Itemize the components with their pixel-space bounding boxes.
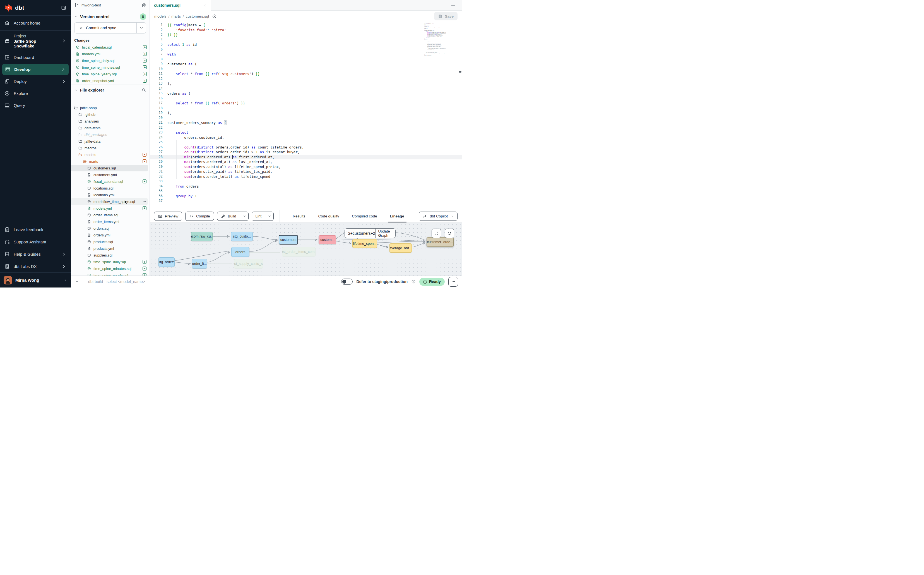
more-options-button[interactable]	[449, 277, 458, 287]
tree-item-time_spine_minutes.sql[interactable]: time_spine_minutes.sql+	[71, 265, 148, 272]
breadcrumb-item[interactable]: marts	[171, 14, 181, 18]
tree-item-orders.yml[interactable]: orders.yml	[71, 232, 148, 238]
lineage-graph[interactable]: count_lifetim... 2+customers+2 Update Gr…	[150, 223, 462, 275]
close-icon[interactable]	[203, 4, 207, 7]
version-control-header[interactable]: Version control 8	[71, 10, 149, 21]
change-item-order_snapshot.yml[interactable]: order_snapshot.yml+	[71, 77, 149, 84]
sidebar-item-help-guides[interactable]: Help & Guides	[0, 248, 71, 260]
tab-lineage[interactable]: Lineage	[390, 210, 404, 222]
tree-item-locations.sql[interactable]: locations.sql	[71, 185, 148, 192]
tree-item-products.sql[interactable]: products.sql	[71, 238, 148, 245]
tree-item-order_items.yml[interactable]: order_items.yml	[71, 218, 148, 225]
editor-minimap[interactable]: {{ config(meta = { 'favorite_food': 'piz…	[424, 23, 445, 56]
sidebar-item-query[interactable]: Query	[0, 99, 71, 111]
command-input[interactable]: dbt build --select <model_name>	[83, 280, 145, 284]
tab-customers-sql[interactable]: customers.sql	[150, 0, 211, 11]
commit-and-sync-button[interactable]: Commit and sync	[74, 22, 146, 33]
lineage-node-stg_custo[interactable]: stg_custo...	[231, 232, 253, 241]
preview-button[interactable]: Preview	[154, 211, 182, 221]
tree-item-.github[interactable]: .github	[71, 111, 148, 118]
tab-compiled-code[interactable]: Compiled code	[352, 210, 377, 222]
change-item-stg_orders.sql[interactable]: stg_orders.sql•	[71, 84, 149, 85]
lineage-selector-input[interactable]: 2+customers+2	[345, 229, 375, 238]
lineage-node-orders[interactable]: orders	[231, 247, 249, 257]
tree-item-data-tests[interactable]: data-tests	[71, 124, 148, 131]
change-item-time_spine_minutes.sql[interactable]: time_spine_minutes.sql+	[71, 64, 149, 71]
compass-icon[interactable]	[212, 14, 217, 19]
code-editor[interactable]: 1{{ config(meta = {2 'favorite_food': 'p…	[150, 22, 462, 210]
tree-item-models.yml[interactable]: models.yml+	[71, 205, 148, 211]
tree-item-time_spine_yearly.sql[interactable]: time_spine_yearly.sql+	[71, 272, 148, 275]
tree-item-metricflow_time_spine.sql[interactable]: metricflow_time_spine.sql	[71, 198, 148, 205]
tree-item-jaffle-data[interactable]: jaffle-data	[71, 138, 148, 145]
ready-status-badge[interactable]: Ready	[419, 278, 445, 286]
tree-item-marts[interactable]: marts•	[71, 158, 148, 165]
dbt-copilot-button[interactable]: dbt Copilot	[419, 211, 458, 221]
sidebar-item-deploy[interactable]: Deploy	[0, 75, 71, 87]
lineage-node-test_order_items_com[interactable]: test_order_items_com...	[282, 247, 315, 257]
sidebar-item-explore[interactable]: Explore	[0, 87, 71, 99]
change-item-fiscal_calendar.sql[interactable]: fiscal_calendar.sql+	[71, 44, 149, 51]
lineage-node-lifetime_spen[interactable]: lifetime_spen...	[352, 239, 377, 248]
update-graph-button[interactable]: Update Graph	[375, 229, 396, 238]
fullscreen-button[interactable]	[431, 229, 441, 238]
save-button[interactable]: Save	[434, 12, 458, 21]
lineage-node-order_it[interactable]: order_it...	[192, 259, 207, 268]
user-menu[interactable]: Mirna Wong	[0, 272, 71, 288]
tree-item-supplies.sql[interactable]: supplies.sql	[71, 252, 148, 259]
breadcrumb-item[interactable]: models	[154, 14, 166, 18]
tree-item-analyses[interactable]: analyses	[71, 118, 148, 124]
lineage-node-stg_orders[interactable]: stg_orders	[158, 257, 174, 267]
copy-icon[interactable]	[141, 3, 146, 8]
tab-results[interactable]: Results	[293, 210, 305, 222]
lineage-node-ecomraw_cu[interactable]: ecom.raw_cu...	[191, 232, 212, 241]
sidebar-item-dbt-labs-dx[interactable]: dbt Labs DX	[0, 260, 71, 272]
lineage-node-average_ord[interactable]: average_ord...	[390, 243, 412, 253]
sidebar-item-dashboard[interactable]: Dashboard	[0, 51, 71, 64]
git-branch-row[interactable]: mwong-test	[71, 0, 149, 10]
sidebar-item-account-home[interactable]: Account home	[0, 16, 71, 31]
defer-toggle[interactable]	[341, 279, 353, 285]
tree-item-customers.sql[interactable]: customers.sql	[71, 165, 148, 172]
lineage-node-custom[interactable]: custom...	[319, 235, 336, 244]
lint-button[interactable]: Lint	[252, 211, 274, 221]
help-icon[interactable]	[411, 280, 416, 284]
tree-item-time_spine_daily.sql[interactable]: time_spine_daily.sql+	[71, 259, 148, 265]
build-options-button[interactable]	[240, 212, 248, 221]
lint-options-button[interactable]	[265, 212, 273, 221]
sidebar-item-project[interactable]: ProjectJaffle Shop Snowflake	[0, 31, 71, 51]
more-options-icon[interactable]	[142, 200, 146, 204]
build-button[interactable]: Build	[217, 211, 249, 221]
change-item-time_spine_yearly.sql[interactable]: time_spine_yearly.sql+	[71, 71, 149, 77]
tree-item-models[interactable]: models•	[71, 151, 148, 158]
file-explorer-header[interactable]: File explorer	[71, 85, 149, 94]
new-tab-icon[interactable]	[450, 3, 456, 8]
tree-item-macros[interactable]: macros	[71, 145, 148, 151]
tree-item-customers.yml[interactable]: customers.yml	[71, 172, 148, 178]
change-item-time_spine_daily.sql[interactable]: time_spine_daily.sql+	[71, 57, 149, 64]
line-number: 36	[150, 194, 163, 199]
compile-button[interactable]: Compile	[185, 211, 214, 221]
lineage-node-test_supply_costs_s[interactable]: test_supply_costs_s...	[234, 259, 263, 268]
sidebar-collapse-icon[interactable]	[61, 5, 67, 11]
editor-scrollbar-thumb[interactable]	[459, 71, 461, 73]
lineage-node-customers[interactable]: customers	[279, 235, 298, 245]
sidebar-item-leave-feedback[interactable]: Leave feedback	[0, 223, 71, 235]
sidebar-item-support-assistant[interactable]: Support Assistant	[0, 235, 71, 248]
lineage-node-customer_orde[interactable]: customer_orde...	[426, 237, 453, 247]
commit-options-button[interactable]	[136, 22, 146, 33]
tree-item-orders.sql[interactable]: orders.sql	[71, 225, 148, 232]
search-icon[interactable]	[141, 87, 146, 92]
sidebar-item-develop[interactable]: Develop	[2, 64, 69, 75]
expand-command-bar-button[interactable]	[71, 276, 83, 288]
refresh-button[interactable]	[445, 229, 454, 238]
tree-item-dbt_packages[interactable]: dbt_packages	[71, 131, 148, 138]
change-item-models.yml[interactable]: models.yml+	[71, 51, 149, 57]
tab-code-quality[interactable]: Code quality	[318, 210, 339, 222]
tree-item-order_items.sql[interactable]: order_items.sql	[71, 211, 148, 218]
tree-item-locations.yml[interactable]: locations.yml	[71, 192, 148, 198]
tree-item-jaffle-shop[interactable]: jaffle-shop	[71, 105, 148, 111]
tree-item-products.yml[interactable]: products.yml	[71, 245, 148, 252]
tree-item-fiscal_calendar.sql[interactable]: fiscal_calendar.sql+	[71, 178, 148, 185]
breadcrumb-item[interactable]: customers.sql	[186, 14, 209, 18]
